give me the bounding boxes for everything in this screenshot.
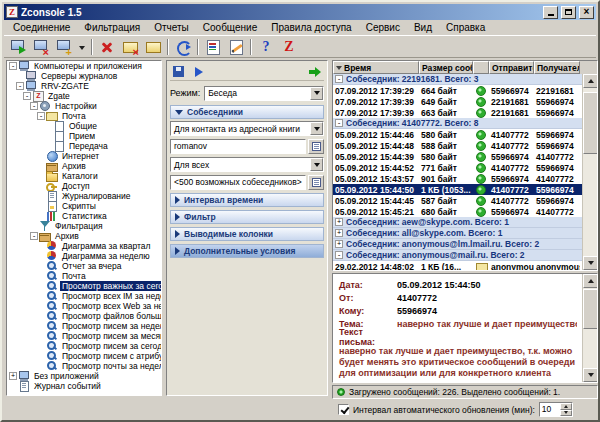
tree-expander-icon[interactable]: - [23,92,31,100]
tree-item[interactable]: Просмотр писем за неделю [7,321,161,331]
report-button[interactable] [202,37,224,57]
delete-button[interactable] [96,37,118,57]
menu-item[interactable]: Сервис [359,21,407,34]
tree-expander-icon[interactable]: - [9,62,17,70]
interlocutors-list-button[interactable] [308,175,324,190]
new-message-button[interactable] [142,37,164,57]
tree-item[interactable]: Передача [7,141,161,151]
tree-expander-icon[interactable]: + [9,372,17,380]
tree-item[interactable]: +Без приложений [7,371,161,381]
disconnect-button[interactable] [30,37,52,57]
zecurion-button[interactable] [278,37,300,57]
message-row[interactable]: 07.09.2012 17:39:39663 байт2219168155966… [333,107,582,118]
group-expander-icon[interactable]: + [335,218,343,226]
tree-item[interactable]: Архив [7,161,161,171]
tree-expander-icon[interactable]: - [37,112,45,120]
message-row[interactable]: 29.02.2012 14:48:021 КБ (16...anonymous.… [333,261,582,270]
tree-item[interactable]: Просмотр файлов больше 10 Мб [7,311,161,321]
message-row[interactable]: 05.09.2012 15:44:45587 байт4140777255966… [333,195,582,206]
tree-item[interactable]: Доступ [7,181,161,191]
section-extra-conditions[interactable]: Дополнительные условия [170,244,324,258]
scroll-thumb[interactable] [583,92,598,154]
menu-item[interactable]: Сообщение [196,21,264,34]
section-filter[interactable]: Фильтр [170,210,324,224]
tree-item[interactable]: Отчет за вчера [7,261,161,271]
tree-item[interactable]: Просмотр писем за сегодня [7,341,161,351]
section-columns[interactable]: Выводимые колонки [170,227,324,241]
tree-expander-icon[interactable]: - [16,82,24,90]
tree-item[interactable]: Прием [7,131,161,141]
scroll-down-button[interactable] [583,368,598,382]
column-header-time[interactable]: Время [333,61,419,74]
message-row[interactable]: 05.09.2012 15:45:21680 байт5596697441407… [333,206,582,217]
contact-source-select[interactable]: Для контакта из адресной книги [170,121,324,136]
menu-item[interactable]: Соединение [6,21,77,34]
save-query-button[interactable] [170,64,188,80]
dropdown-arrow-icon[interactable] [310,122,323,135]
tree-item[interactable]: Интернет [7,151,161,161]
section-time-interval[interactable]: Интервал времени [170,193,324,207]
message-group-row[interactable]: -Собеседник: anonymous@mail.ru. Всего: 2 [333,250,582,261]
message-group-row[interactable]: +Собеседник: aew@skype.com. Всего: 1 [333,217,582,228]
message-group-row[interactable]: +Собеседник: anonymous@lm.lmail.ru. Всег… [333,239,582,250]
tree-item[interactable]: Каталоги [7,171,161,181]
message-group-row[interactable]: -Собеседник: 41407772. Всего: 8 [333,118,582,129]
tree-item[interactable]: Просмотр писем за месяц [7,331,161,341]
refresh-button[interactable] [172,37,194,57]
minimize-button[interactable] [543,6,558,19]
connect-button[interactable] [7,37,29,57]
tree-item[interactable]: -Настройки [7,101,161,111]
menu-item[interactable]: Фильтрация [77,21,147,34]
close-button[interactable]: × [579,6,594,19]
tree-item[interactable]: -Архив [7,231,161,241]
tree-item[interactable]: -Почта [7,111,161,121]
message-row[interactable]: 05.09.2012 15:44:52771 байт4140777255966… [333,162,582,173]
auto-refresh-checkbox[interactable] [338,404,349,415]
group-expander-icon[interactable]: - [335,251,343,259]
group-expander-icon[interactable]: - [335,119,343,127]
title-bar[interactable]: Zconsole 1.5 × [4,4,596,20]
tree-item[interactable]: -RRV-ZGATE [7,81,161,91]
tree-item[interactable]: Журналирование [7,191,161,201]
menu-item[interactable]: Отчеты [147,21,196,34]
message-row[interactable]: 05.09.2012 15:44:501 КБ (1053...41407772… [333,184,582,195]
message-group-row[interactable]: +Собеседник: all@skype.com. Всего: 1 [333,228,582,239]
tree-item[interactable]: Общие [7,121,161,131]
add-computer-button[interactable] [53,37,75,57]
detail-scrollbar[interactable] [582,274,597,382]
scope-select[interactable]: Для всех [170,157,324,172]
tree-expander-icon[interactable]: - [30,232,38,240]
column-header-size[interactable]: Размер сооб... [419,61,473,74]
mode-select[interactable]: Беседа [204,86,324,101]
address-book-button[interactable] [308,139,324,154]
tree-item[interactable]: Диаграмма за квартал [7,241,161,251]
dropdown-arrow-icon[interactable] [310,87,323,100]
spin-down-button[interactable] [560,410,572,417]
execute-button[interactable] [306,64,324,80]
tree-item[interactable]: Диаграмма за неделю [7,251,161,261]
group-expander-icon[interactable]: + [335,240,343,248]
scroll-down-button[interactable] [583,256,598,270]
section-interlocutors[interactable]: Собеседники [170,105,324,119]
tree-item[interactable]: Просмотр важных за сегодня [7,281,161,291]
tree-item[interactable]: Фильтрация [7,221,161,231]
interlocutors-input[interactable]: <500 возможных собеседников> [170,175,306,190]
tree-item[interactable]: Просмотр писем с атрибутами [7,351,161,361]
maximize-button[interactable] [561,6,576,19]
tree-item[interactable]: Просмотр всех Web за неделю [7,301,161,311]
column-header-type[interactable] [473,61,489,74]
help-button[interactable] [255,37,277,57]
tree-item[interactable]: -Zgate [7,91,161,101]
dropdown-arrow-icon[interactable] [310,158,323,171]
message-row[interactable]: 07.09.2012 17:39:29664 байт5596697422191… [333,85,582,96]
menu-item[interactable]: Правила доступа [264,21,358,34]
column-header-receiver[interactable]: Получатель [534,61,580,74]
edit-rules-button[interactable] [225,37,247,57]
run-query-button[interactable] [190,64,208,80]
message-group-row[interactable]: -Собеседник: 22191681. Всего: 3 [333,74,582,85]
tree-item[interactable]: -Компьютеры и приложения [7,61,161,71]
tree-expander-icon[interactable]: - [30,102,38,110]
table-scrollbar[interactable] [582,74,597,270]
group-expander-icon[interactable]: - [335,75,343,83]
message-row[interactable]: 05.09.2012 15:44:48588 байт4140777255966… [333,140,582,151]
